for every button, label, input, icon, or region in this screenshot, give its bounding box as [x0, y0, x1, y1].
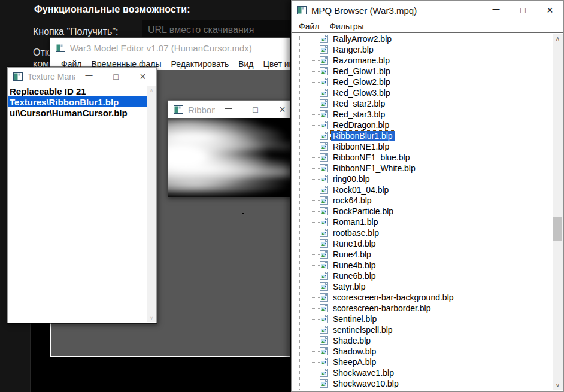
menu-item[interactable]: Вид — [234, 59, 258, 69]
tree-file-row[interactable]: Shockwave10.blp — [292, 378, 553, 389]
ribbon-titlebar[interactable]: Ribbon... — □ × — [168, 101, 296, 118]
image-file-icon — [320, 218, 329, 226]
tree-connector — [311, 190, 320, 190]
tree-file-row[interactable]: Razormane.blp — [292, 55, 553, 66]
tree-file-row[interactable]: Rune6b.blp — [292, 271, 553, 281]
tree-file-row[interactable]: RibbonNE1_White.blp — [292, 163, 553, 174]
tree-connector — [311, 308, 320, 309]
scroll-down-icon[interactable]: ∨ — [147, 313, 156, 322]
maximize-button[interactable]: □ — [242, 101, 269, 118]
tree-connector — [311, 60, 320, 61]
maximize-button[interactable]: □ — [102, 68, 129, 86]
image-file-icon — [320, 369, 329, 377]
texture-manager-titlebar[interactable]: Texture Mana... — □ × — [8, 68, 156, 86]
tree-file-row[interactable]: rock64.blp — [292, 195, 553, 206]
tree-file-row[interactable]: Ranger.blp — [292, 44, 553, 55]
tree-file-row[interactable]: Shade.blp — [292, 335, 553, 346]
mpq-browser-window: MPQ Browser (War3.mpq) — □ × ФайлФильтры — [291, 0, 564, 392]
tree-connector — [311, 341, 320, 341]
tree-file-row[interactable]: Rock01_04.blp — [292, 184, 553, 195]
tree-file-row[interactable]: Rune4.blp — [292, 249, 553, 260]
file-name: rock64.blp — [331, 196, 374, 205]
file-name: Ranger.blp — [331, 45, 375, 54]
minimize-button[interactable]: — — [75, 68, 102, 86]
mpq-titlebar[interactable]: MPQ Browser (War3.mpq) — □ × — [292, 1, 563, 20]
tree-file-row[interactable]: RedDragon.blp — [292, 120, 553, 130]
tree-file-row[interactable]: Shockwave1.blp — [292, 367, 553, 378]
file-name: Shockwave1.blp — [331, 368, 396, 378]
minimize-button[interactable]: — — [483, 1, 510, 20]
tree-file-row[interactable]: Red_Glow1.blp — [292, 66, 553, 77]
menu-item[interactable]: Фильтры — [329, 22, 369, 31]
tree-file-row[interactable]: SheepA.blp — [292, 357, 553, 367]
file-name: Shadow.blp — [331, 347, 378, 356]
file-name: Rune6b.blp — [331, 271, 378, 281]
file-name: ring00.blp — [331, 174, 372, 184]
tree-file-row[interactable]: Satyr.blp — [292, 281, 553, 292]
tree-file-row[interactable]: Rune1d.blp — [292, 238, 553, 249]
tree-connector — [311, 82, 320, 83]
tree-file-row[interactable]: sentinelspell.blp — [292, 324, 553, 335]
ribbon-preview-window: Ribbon... — □ × — [168, 100, 296, 197]
file-name: Red_star2.blp — [331, 99, 387, 108]
minimize-icon: — — [225, 104, 232, 113]
scrollbar-thumb[interactable] — [553, 217, 562, 241]
image-file-icon — [320, 315, 329, 323]
maximize-button[interactable]: □ — [510, 1, 536, 20]
tree-file-row[interactable]: RallyArrow2.blp — [292, 34, 553, 44]
scroll-up-icon[interactable]: ∧ — [553, 34, 563, 44]
tree-connector — [311, 93, 320, 93]
close-button[interactable]: × — [129, 68, 156, 86]
tree-guide-line — [299, 34, 300, 390]
tree-connector — [311, 276, 320, 276]
scroll-up-icon[interactable]: ∧ — [147, 86, 156, 95]
close-button[interactable]: × — [536, 1, 563, 20]
file-name: Shade.blp — [331, 336, 372, 345]
file-name: Red_Glow1.blp — [331, 66, 392, 76]
tree-file-row[interactable]: RibbonBlur1.blp — [292, 130, 553, 141]
menu-item[interactable]: Редактировать — [166, 59, 234, 69]
tree-file-row[interactable]: Sentinel.blp — [292, 314, 553, 324]
tree-file-row[interactable]: RockParticle.blp — [292, 206, 553, 217]
menu-item[interactable]: Файл — [299, 22, 325, 31]
tree-file-row[interactable]: Red_star3.blp — [292, 109, 553, 120]
texture-manager-window: Texture Mana... — □ × Replaceable ID 21 … — [7, 67, 157, 323]
tree-file-row[interactable]: scorescreen-barborder.blp — [292, 303, 553, 314]
texture-preview[interactable] — [168, 118, 296, 197]
minimize-button[interactable]: — — [215, 101, 242, 118]
tree-file-row[interactable]: rootbase.blp — [292, 227, 553, 238]
tree-file-row[interactable]: Rune4b.blp — [292, 260, 553, 271]
image-file-icon — [320, 250, 329, 259]
tree-file-row[interactable]: RibbonNE1_blue.blp — [292, 152, 553, 163]
tree-connector — [311, 362, 320, 363]
maximize-icon: □ — [113, 72, 118, 81]
image-file-icon — [320, 379, 329, 388]
tree-guide-line — [311, 34, 311, 390]
tree-file-row[interactable]: RibbonNE1.blp — [292, 141, 553, 152]
tree-file-row[interactable]: Shadow.blp — [292, 346, 553, 357]
mpq-file-tree: RallyArrow2.blp Ranger.blp — [292, 34, 553, 390]
tree-file-row[interactable]: Red_star2.blp — [292, 98, 553, 109]
mpq-scrollbar[interactable]: ∧ ∨ — [553, 34, 563, 390]
texture-list-item[interactable]: Textures\RibbonBlur1.blp — [8, 96, 147, 107]
tree-connector — [311, 297, 320, 298]
tree-file-row[interactable]: Roman1.blp — [292, 217, 553, 227]
desktop: Функциональные возможности: Кнопка "Полу… — [0, 0, 564, 392]
tree-file-row[interactable]: Red_Glow2.blp — [292, 77, 553, 87]
model-editor-titlebar[interactable]: War3 Model Editor v1.07 (HumanCursor.mdx… — [50, 38, 293, 58]
tree-connector — [311, 373, 320, 373]
image-app-icon — [13, 72, 23, 81]
window-controls: — □ × — [75, 68, 156, 86]
scroll-down-icon[interactable]: ∨ — [553, 380, 563, 390]
tree-connector — [311, 157, 320, 158]
texture-list-item[interactable]: ui\Cursor\HumanCursor.blp — [8, 107, 147, 118]
image-app-icon — [297, 6, 307, 14]
image-file-icon — [320, 56, 329, 65]
tree-file-row[interactable]: scorescreen-bar-background.blp — [292, 292, 553, 303]
tree-connector — [311, 287, 320, 287]
tree-file-row[interactable]: Red_Glow3.blp — [292, 87, 553, 98]
texture-list-scrollbar[interactable]: ∧ ∨ — [147, 86, 156, 322]
texture-list-item[interactable]: Replaceable ID 21 — [8, 86, 147, 96]
tree-file-row[interactable]: ring00.blp — [292, 174, 553, 184]
file-name: Roman1.blp — [331, 217, 380, 227]
